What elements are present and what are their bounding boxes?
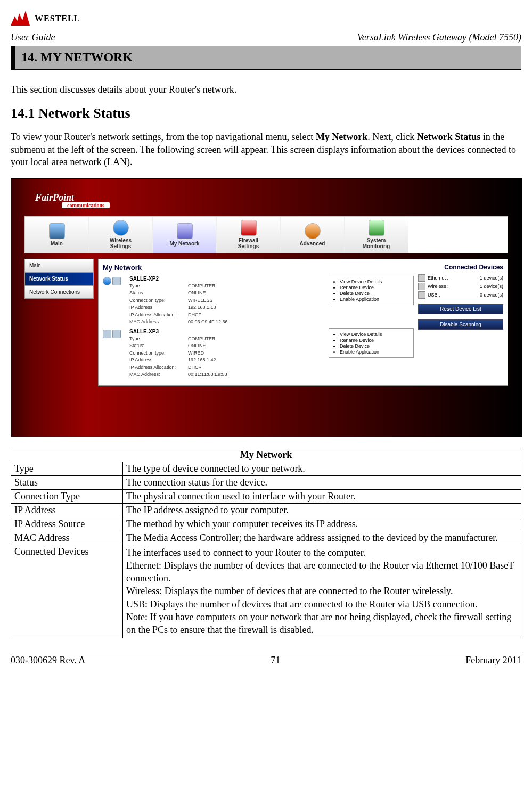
kv-val: COMPUTER xyxy=(188,283,323,290)
kv-key: MAC Address: xyxy=(129,371,188,379)
para-bold-1: My Network xyxy=(316,132,367,142)
reset-device-list-button[interactable]: Reset Device List xyxy=(418,304,503,314)
conn-count: 1 device(s) xyxy=(480,275,503,281)
nav-firewall[interactable]: FirewallSettings xyxy=(217,217,281,253)
nav-label: Main xyxy=(51,241,63,247)
nav-wireless[interactable]: WirelessSettings xyxy=(89,217,153,253)
action-view-details[interactable]: View Device Details xyxy=(340,279,409,284)
header-right: VersaLink Wireless Gateway (Model 7550) xyxy=(357,32,521,43)
kv-val: DHCP xyxy=(188,364,323,372)
action-enable-app[interactable]: Enable Application xyxy=(340,349,409,355)
field-cell: Type xyxy=(11,462,123,475)
conn-label: Ethernet : xyxy=(428,275,478,281)
chapter-title: 14. MY NETWORK xyxy=(11,46,521,70)
header-left: User Guide xyxy=(11,32,55,43)
nav-label-2: Settings xyxy=(238,243,259,249)
nav-my-network[interactable]: My Network xyxy=(153,217,217,253)
nav-label: System xyxy=(367,237,386,243)
nav-label-2: Monitoring xyxy=(363,243,390,249)
table-row: TypeThe type of device connected to your… xyxy=(11,462,521,475)
kv-key: Status: xyxy=(129,342,188,350)
ethernet-icon xyxy=(103,330,111,338)
network-icon xyxy=(177,223,193,239)
desc-cell: The physical connection used to interfac… xyxy=(123,489,521,503)
nav-label: Advanced xyxy=(300,241,325,247)
side-item-network-connections[interactable]: Network Connections xyxy=(24,285,94,299)
conn-count: 1 device(s) xyxy=(480,284,503,289)
action-delete[interactable]: Delete Device xyxy=(340,343,409,349)
kv-val: COMPUTER xyxy=(188,335,323,343)
nav-label: Wireless xyxy=(110,237,132,243)
description-table: My Network TypeThe type of device connec… xyxy=(11,448,521,638)
table-row: IP Address SourceThe method by which you… xyxy=(11,517,521,531)
main-icon xyxy=(49,223,65,239)
kv-val: WIRELESS xyxy=(188,297,323,305)
table-row: Connected DevicesThe interfaces used to … xyxy=(11,545,521,638)
nav-advanced[interactable]: Advanced xyxy=(281,217,345,253)
action-enable-app[interactable]: Enable Application xyxy=(340,297,409,302)
nav-main[interactable]: Main xyxy=(25,217,89,253)
action-view-details[interactable]: View Device Details xyxy=(340,332,409,337)
conn-wireless: Wireless : 1 device(s) xyxy=(418,283,503,290)
nav-label: My Network xyxy=(169,241,199,247)
kv-val: 00:03:C9:4F:12:66 xyxy=(188,318,323,326)
disable-scanning-button[interactable]: Disable Scanning xyxy=(418,319,503,330)
side-menu: Main Network Status Network Connections xyxy=(24,259,94,386)
field-cell: Connected Devices xyxy=(11,545,123,638)
para-bold-2: Network Status xyxy=(417,132,481,142)
kv-key: IP Address: xyxy=(129,304,188,311)
device-actions: View Device Details Rename Device Delete… xyxy=(329,328,414,358)
page-header: User Guide VersaLink Wireless Gateway (M… xyxy=(11,32,521,43)
side-item-main[interactable]: Main xyxy=(24,259,94,272)
logo-burst-icon xyxy=(11,11,32,27)
main-panel: My Network SALLE-XP2 Type:COMPUTER Statu… xyxy=(98,259,508,386)
device-actions: View Device Details Rename Device Delete… xyxy=(329,276,414,305)
device-name: SALLE-XP2 xyxy=(129,276,323,282)
kv-key: IP Address Allocation: xyxy=(129,364,188,372)
footer-left: 030-300629 Rev. A xyxy=(11,655,85,666)
fairpoint-sub: communications xyxy=(62,202,110,208)
nav-monitoring[interactable]: SystemMonitoring xyxy=(345,217,408,253)
table-row: IP AddressThe IP address assigned to you… xyxy=(11,503,521,517)
side-item-network-status[interactable]: Network Status xyxy=(24,272,94,285)
conn-ethernet: Ethernet : 1 device(s) xyxy=(418,274,503,282)
table-row: MAC AddressThe Media Access Controller; … xyxy=(11,531,521,545)
para-part-2: . Next, click xyxy=(367,132,416,142)
connected-devices-title: Connected Devices xyxy=(418,264,503,271)
device-name: SALLE-XP3 xyxy=(129,328,323,334)
action-delete[interactable]: Delete Device xyxy=(340,291,409,296)
footer-right: February 2011 xyxy=(465,655,521,666)
kv-val: DHCP xyxy=(188,311,323,319)
usb-icon xyxy=(418,291,425,299)
action-rename[interactable]: Rename Device xyxy=(340,285,409,290)
desc-cell: The method by which your computer receiv… xyxy=(123,517,521,531)
conn-count: 0 device(s) xyxy=(480,292,503,298)
field-cell: MAC Address xyxy=(11,531,123,545)
kv-key: Type: xyxy=(129,283,188,290)
desc-cell: The IP address assigned to your computer… xyxy=(123,503,521,517)
computer-icon xyxy=(112,330,121,338)
device-entry: SALLE-XP2 Type:COMPUTER Status:ONLINE Co… xyxy=(103,276,414,326)
advanced-icon xyxy=(305,223,321,239)
kv-key: Status: xyxy=(129,290,188,297)
kv-val: 00:11:11:83:E9:53 xyxy=(188,371,323,379)
device-entry: SALLE-XP3 Type:COMPUTER Status:ONLINE Co… xyxy=(103,328,414,379)
fairpoint-text: FairPoint xyxy=(35,192,74,203)
field-cell: IP Address xyxy=(11,503,123,517)
fairpoint-logo: FairPoint communications xyxy=(19,187,513,216)
kv-val: 192.168.1.42 xyxy=(188,357,323,364)
table-title: My Network xyxy=(11,448,521,462)
action-rename[interactable]: Rename Device xyxy=(340,338,409,343)
conn-label: USB : xyxy=(428,292,478,298)
kv-key: IP Address: xyxy=(129,357,188,364)
kv-val: 192.168.1.18 xyxy=(188,304,323,311)
kv-key: MAC Address: xyxy=(129,318,188,326)
para-part-1: To view your Router's network settings, … xyxy=(11,132,316,142)
kv-val: ONLINE xyxy=(188,342,323,350)
field-cell: Status xyxy=(11,475,123,489)
monitoring-icon xyxy=(369,220,384,236)
router-ui-screenshot: FairPoint communications Main WirelessSe… xyxy=(11,178,522,437)
page-footer: 030-300629 Rev. A 71 February 2011 xyxy=(11,652,521,666)
kv-key: Connection type: xyxy=(129,350,188,357)
table-row: Connection TypeThe physical connection u… xyxy=(11,489,521,503)
